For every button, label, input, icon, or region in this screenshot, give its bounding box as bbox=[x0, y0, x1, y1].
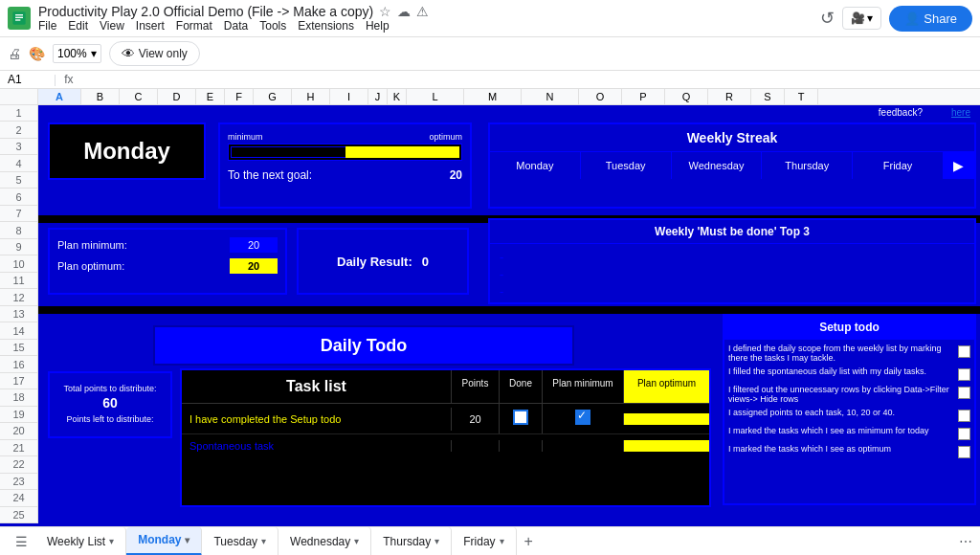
tab-tuesday[interactable]: Tuesday ▾ bbox=[202, 527, 278, 556]
svg-rect-1 bbox=[15, 14, 23, 15]
row-25: 25 bbox=[0, 507, 37, 523]
menu-data[interactable]: Data bbox=[224, 19, 248, 33]
camera-btn[interactable]: 🎥 ▾ bbox=[842, 7, 881, 30]
task-min-2 bbox=[542, 440, 623, 452]
menu-edit[interactable]: Edit bbox=[68, 19, 88, 33]
menu-extensions[interactable]: Extensions bbox=[298, 19, 354, 33]
tab-tuesday-label: Tuesday bbox=[213, 535, 257, 548]
col-headers-row: A B C D E F G H I J K L M N O P Q R S T bbox=[0, 89, 980, 105]
streak-days-row: Monday Tuesday Wednesday Thursday Friday… bbox=[490, 151, 974, 179]
streak-day-tuesday[interactable]: Tuesday bbox=[581, 152, 672, 179]
col-header-p[interactable]: P bbox=[622, 89, 665, 104]
col-header-t[interactable]: T bbox=[785, 89, 818, 104]
must-do-item-2: - bbox=[500, 267, 965, 281]
setup-item-2: I filled the spontaneous daily list with… bbox=[728, 366, 954, 376]
col-header-s[interactable]: S bbox=[751, 89, 785, 104]
task-min-1[interactable]: ✓ bbox=[542, 404, 623, 433]
col-header-o[interactable]: O bbox=[579, 89, 622, 104]
col-header-f[interactable]: F bbox=[225, 89, 254, 104]
streak-arrow[interactable]: ▶ bbox=[944, 152, 974, 179]
col-header-n[interactable]: N bbox=[522, 89, 579, 104]
tab-weekly-list[interactable]: Weekly List ▾ bbox=[35, 527, 126, 556]
weekly-streak-title: Weekly Streak bbox=[490, 124, 974, 151]
share-button[interactable]: 👤 Share bbox=[889, 6, 972, 32]
goal-value: 20 bbox=[450, 168, 462, 182]
col-opt-header: Plan optimum bbox=[623, 370, 709, 403]
streak-day-monday[interactable]: Monday bbox=[490, 152, 581, 179]
col-header-h[interactable]: H bbox=[292, 89, 330, 104]
row-5: 5 bbox=[0, 172, 37, 189]
tab-thursday[interactable]: Thursday ▾ bbox=[371, 527, 452, 556]
scroll-sheets-right[interactable]: ⋯ bbox=[959, 534, 972, 549]
corner-cell bbox=[0, 89, 38, 104]
row-17: 17 bbox=[0, 373, 37, 389]
weekly-streak-box: Weekly Streak Monday Tuesday Wednesday T… bbox=[488, 122, 976, 209]
eye-icon: 👁 bbox=[122, 46, 135, 61]
task-opt-1 bbox=[623, 413, 709, 425]
col-header-c[interactable]: C bbox=[120, 89, 158, 104]
menu-help[interactable]: Help bbox=[366, 19, 390, 33]
row-23: 23 bbox=[0, 474, 37, 490]
col-header-m[interactable]: M bbox=[464, 89, 522, 104]
menu-tools[interactable]: Tools bbox=[259, 19, 286, 33]
col-min-header: Plan minimum bbox=[542, 370, 623, 403]
history-icon[interactable]: ↺ bbox=[820, 8, 835, 29]
col-header-j[interactable]: J bbox=[368, 89, 388, 104]
min-checkbox-1[interactable]: ✓ bbox=[575, 410, 590, 425]
task-opt-2 bbox=[623, 440, 709, 452]
menu-insert[interactable]: Insert bbox=[136, 19, 165, 33]
col-header-d[interactable]: D bbox=[158, 89, 196, 104]
col-header-g[interactable]: G bbox=[254, 89, 292, 104]
tab-friday[interactable]: Friday ▾ bbox=[452, 527, 516, 556]
setup-checkbox-4[interactable] bbox=[958, 410, 970, 422]
streak-day-wednesday[interactable]: Wednesday bbox=[672, 152, 763, 179]
goal-label: To the next goal: bbox=[228, 168, 312, 182]
col-header-l[interactable]: L bbox=[407, 89, 464, 104]
menu-format[interactable]: Format bbox=[176, 19, 212, 33]
setup-checkbox-1[interactable] bbox=[958, 345, 970, 358]
col-header-i[interactable]: I bbox=[330, 89, 368, 104]
hamburger-menu[interactable]: ☰ bbox=[8, 534, 35, 549]
col-header-b[interactable]: B bbox=[81, 89, 120, 104]
paint-button[interactable]: 🎨 bbox=[29, 46, 45, 61]
task-list-box: Task list Points Done Plan minimum Plan … bbox=[180, 368, 711, 507]
streak-day-thursday[interactable]: Thursday bbox=[762, 152, 853, 179]
setup-checkbox-6[interactable] bbox=[958, 446, 970, 458]
tab-wednesday[interactable]: Wednesday ▾ bbox=[278, 527, 371, 556]
plan-min-row: Plan minimum: 20 bbox=[57, 237, 278, 253]
task-done-1[interactable] bbox=[499, 404, 542, 433]
view-only-button[interactable]: 👁 View only bbox=[109, 41, 200, 66]
print-button[interactable]: 🖨 bbox=[8, 46, 21, 61]
camera-arrow: ▾ bbox=[867, 11, 873, 25]
menu-file[interactable]: File bbox=[38, 19, 56, 33]
col-header-a[interactable]: A bbox=[38, 89, 81, 104]
tab-tuesday-arrow: ▾ bbox=[261, 536, 266, 546]
formula-bar: A1 | fx bbox=[0, 71, 980, 89]
col-header-e[interactable]: E bbox=[196, 89, 225, 104]
setup-checkbox-5[interactable] bbox=[958, 428, 970, 440]
col-header-q[interactable]: Q bbox=[665, 89, 708, 104]
share-icon: 👤 bbox=[904, 11, 920, 26]
row-9: 9 bbox=[0, 239, 37, 255]
col-header-k[interactable]: K bbox=[388, 89, 407, 104]
menu-view[interactable]: View bbox=[100, 19, 124, 33]
done-checkbox-1[interactable] bbox=[513, 410, 528, 425]
col-header-r[interactable]: R bbox=[708, 89, 751, 104]
top-bar: Productivity Play 2.0 Official Demo (Fil… bbox=[0, 0, 980, 37]
star-icon[interactable]: ☆ bbox=[379, 4, 391, 19]
setup-checkbox-3[interactable] bbox=[958, 387, 970, 399]
tab-friday-label: Friday bbox=[463, 535, 495, 548]
setup-checkbox-2[interactable] bbox=[958, 368, 970, 381]
row-14: 14 bbox=[0, 322, 37, 339]
tab-monday[interactable]: Monday ▾ bbox=[126, 527, 202, 556]
streak-day-friday[interactable]: Friday bbox=[853, 152, 944, 179]
add-sheet-button[interactable]: + bbox=[517, 533, 541, 550]
sheet-wrapper: A B C D E F G H I J K L M N O P Q R S T bbox=[0, 89, 980, 526]
setup-todo-box: Setup todo I defined the daily scope fro… bbox=[723, 314, 976, 505]
zoom-selector[interactable]: 100% ▾ bbox=[53, 44, 101, 63]
plan-opt-row: Plan optimum: 20 bbox=[57, 258, 278, 274]
here-link[interactable]: here bbox=[951, 107, 970, 118]
cell-reference[interactable]: A1 bbox=[8, 73, 46, 86]
task-list-title: Task list bbox=[182, 370, 451, 403]
left-label: Points left to distribute: bbox=[56, 414, 165, 426]
